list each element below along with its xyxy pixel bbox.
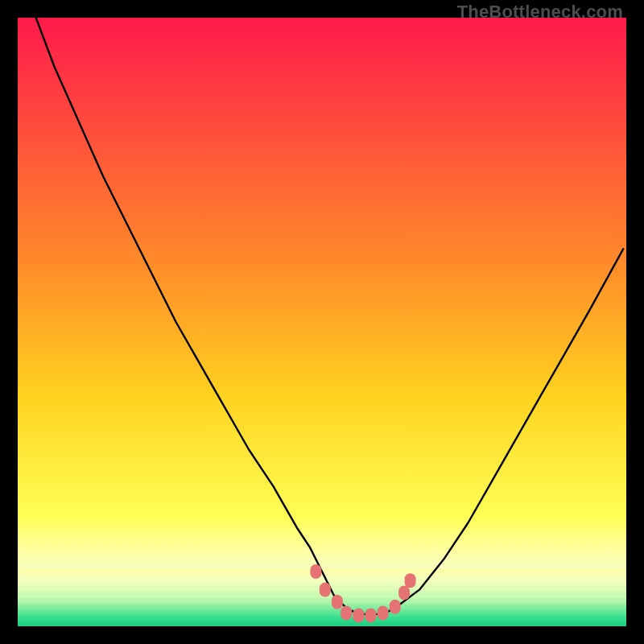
chart-svg bbox=[18, 18, 626, 626]
chart-frame: TheBottleneck.com bbox=[0, 0, 644, 644]
curve-marker bbox=[341, 605, 352, 620]
curve-marker bbox=[332, 595, 343, 609]
chart-plot-area bbox=[18, 18, 626, 626]
curve-marker bbox=[320, 583, 331, 597]
curve-marker bbox=[398, 585, 410, 600]
gradient-stripe bbox=[18, 623, 626, 626]
curve-marker bbox=[405, 573, 416, 588]
watermark-text: TheBottleneck.com bbox=[457, 2, 623, 23]
curve-marker bbox=[378, 605, 389, 620]
curve-marker bbox=[310, 564, 321, 579]
curve-marker bbox=[365, 608, 377, 622]
chart-background bbox=[18, 18, 626, 626]
gradient-stripe bbox=[18, 576, 626, 584]
curve-marker bbox=[353, 608, 364, 622]
curve-marker bbox=[390, 600, 401, 614]
